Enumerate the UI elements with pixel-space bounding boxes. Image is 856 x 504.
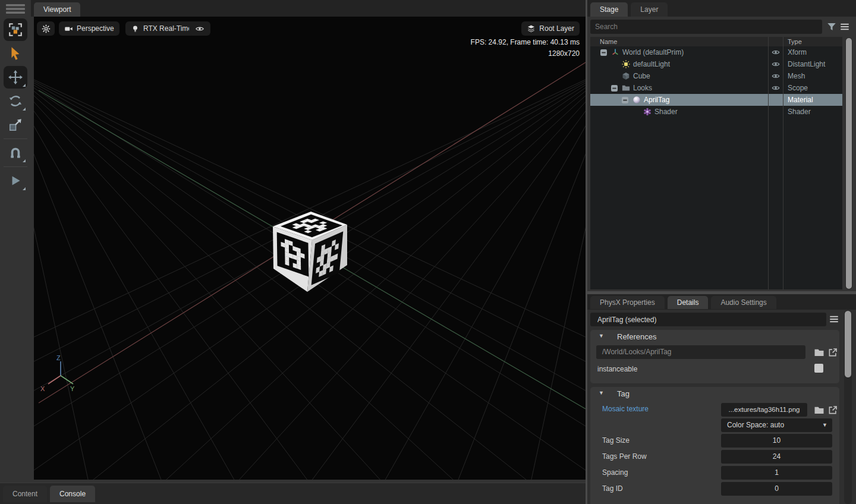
renderer-selector-label: RTX Real-Time [143, 24, 192, 33]
tool-rotate[interactable] [0, 89, 31, 113]
open-external-icon[interactable] [827, 347, 838, 358]
gear-icon [42, 24, 51, 33]
mosaic-texture-field[interactable]: ...extures/tag36h11.png [721, 403, 807, 417]
properties-scrollbar[interactable] [844, 310, 852, 504]
tab-console[interactable]: Console [50, 486, 95, 502]
bulb-icon [131, 24, 140, 33]
color-space-value: Color Space: auto [727, 418, 784, 432]
viewport-canvas[interactable]: ZXY Perspective RTX Real-Time Root Layer… [34, 17, 586, 480]
eye-icon[interactable] [772, 49, 780, 55]
stage-row-world[interactable]: World (defaultPrim)Xform [590, 46, 842, 58]
prim-type: Shader [783, 108, 842, 116]
visibility-cell[interactable] [768, 85, 783, 91]
expander-minus-icon[interactable] [600, 49, 607, 56]
tab-viewport[interactable]: Viewport [34, 2, 80, 17]
search-input[interactable] [590, 20, 822, 34]
tab-content[interactable]: Content [3, 486, 47, 502]
scope-folder-icon [622, 84, 630, 92]
stage-scrollbar-thumb[interactable] [846, 38, 852, 289]
cursor-icon [8, 46, 23, 61]
prim-label: defaultLight [633, 60, 670, 68]
visibility-button[interactable] [189, 21, 210, 36]
move-icon [8, 70, 23, 85]
stage-row-apriltag[interactable]: AprilTagMaterial [590, 94, 842, 106]
axis-label-x: X [40, 385, 45, 392]
property-value-field[interactable]: 0 [721, 482, 832, 496]
stage-panel: StageLayer Name Type World (defaultPrim)… [587, 0, 856, 291]
property-label: Tag ID [602, 484, 623, 493]
property-value-field[interactable]: 10 [721, 434, 832, 448]
column-name[interactable]: Name [590, 38, 768, 45]
visibility-cell[interactable] [768, 61, 783, 67]
tab-audio-settings[interactable]: Audio Settings [711, 296, 776, 309]
expander-minus-icon[interactable] [622, 97, 628, 103]
references-group: ▼ References /World/Looks/AprilTag insta… [590, 330, 839, 383]
expander-minus-icon[interactable] [611, 85, 618, 92]
reference-path-field[interactable]: /World/Looks/AprilTag [596, 345, 805, 359]
tool-scale[interactable] [0, 113, 31, 137]
tag-group: ▼ Tag Mosaic texture ...extures/tag36h11… [590, 387, 839, 504]
visibility-cell[interactable] [768, 49, 783, 55]
shader-icon [643, 108, 652, 116]
stage-row-looks[interactable]: LooksScope [590, 82, 842, 94]
prim-type: DistantLight [783, 60, 842, 68]
tool-select-mode[interactable] [0, 18, 31, 42]
prim-label: Looks [633, 84, 652, 92]
play-icon [8, 173, 23, 188]
viewport-settings-button[interactable] [37, 21, 55, 36]
fps-readout: FPS: 24.92, Frame time: 40.13 ms [471, 37, 580, 48]
folder-icon[interactable] [814, 405, 824, 415]
stage-options-button[interactable] [839, 21, 850, 32]
open-external-icon[interactable] [827, 405, 838, 415]
properties-panel: PhysX PropertiesDetailsAudio Settings ▼ … [587, 294, 856, 504]
prim-name-field[interactable] [590, 313, 826, 326]
prim-label: Cube [633, 72, 650, 80]
tag-title: Tag [617, 389, 630, 398]
property-row-tag-size: Tag Size10 [590, 434, 839, 450]
xform-icon [611, 48, 619, 56]
stage-scrollbar[interactable] [845, 37, 852, 289]
tab-stage[interactable]: Stage [590, 2, 628, 17]
camera-selector-button[interactable]: Perspective [59, 21, 119, 36]
tab-layer[interactable]: Layer [631, 2, 668, 17]
tab-details[interactable]: Details [668, 296, 709, 309]
folder-icon[interactable] [814, 347, 824, 358]
tool-move[interactable] [0, 65, 31, 89]
filter-button[interactable] [826, 21, 837, 32]
tool-select[interactable] [0, 42, 31, 65]
collapse-triangle-icon[interactable]: ▼ [599, 390, 604, 396]
references-title: References [617, 332, 656, 341]
renderer-selector-button[interactable]: RTX Real-Time [125, 21, 197, 36]
column-type[interactable]: Type [783, 38, 842, 45]
chevron-down-icon: ▼ [822, 418, 827, 432]
eye-icon[interactable] [772, 61, 780, 67]
stage-row-shader[interactable]: ShaderShader [590, 106, 842, 118]
select-mode-icon [8, 22, 23, 37]
resolution-readout: 1280x720 [471, 48, 580, 59]
root-layer-button[interactable]: Root Layer [521, 21, 580, 36]
properties-scrollbar-thumb[interactable] [845, 311, 851, 377]
tool-snap[interactable] [0, 141, 31, 165]
eye-icon[interactable] [772, 73, 780, 79]
prim-options-button[interactable] [829, 314, 839, 325]
tab-physx-properties[interactable]: PhysX Properties [590, 296, 665, 309]
visibility-cell[interactable] [768, 73, 783, 79]
instanceable-label: instanceable [597, 365, 637, 373]
tool-menu[interactable] [0, 0, 31, 18]
property-label: Tags Per Row [602, 452, 647, 461]
viewport-panel: Viewport ZXY Perspective RTX Real-Time R… [31, 0, 586, 483]
layers-icon [527, 24, 536, 33]
menu-icon [5, 3, 26, 15]
eye-icon[interactable] [772, 85, 780, 91]
properties-tabstrip: PhysX PropertiesDetailsAudio Settings [587, 294, 856, 310]
stage-row-defaultlight[interactable]: defaultLightDistantLight [590, 58, 842, 70]
property-value-field[interactable]: 1 [721, 466, 832, 480]
tool-play[interactable] [0, 169, 31, 193]
instanceable-checkbox[interactable] [814, 364, 823, 373]
viewport-3d-scene: ZXY [34, 17, 586, 480]
color-space-dropdown[interactable]: Color Space: auto ▼ [721, 418, 832, 432]
stage-row-cube[interactable]: CubeMesh [590, 70, 842, 82]
prim-type: Mesh [783, 72, 842, 80]
collapse-triangle-icon[interactable]: ▼ [599, 333, 604, 339]
property-value-field[interactable]: 24 [721, 450, 832, 464]
